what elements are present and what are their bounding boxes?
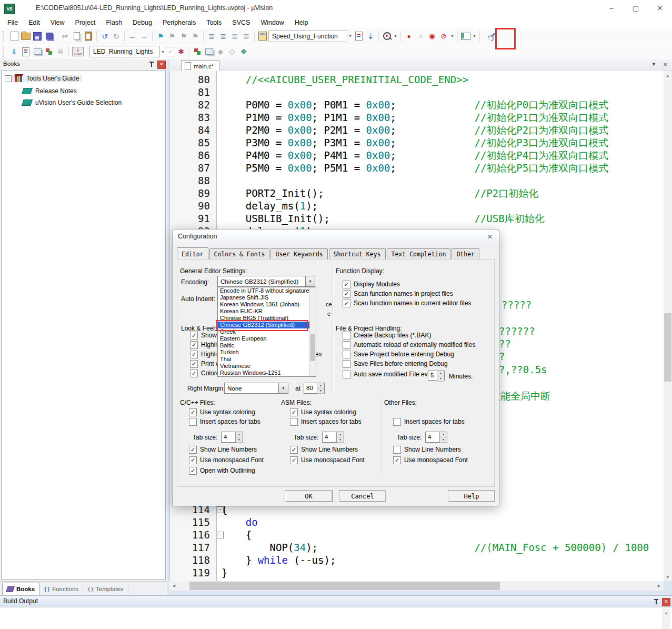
dialog-tab-other[interactable]: Other [452, 248, 479, 259]
scroll-up-icon[interactable]: ▲ [662, 608, 670, 617]
tree-item-uvision-guide[interactable]: uVision User's Guide Selection [23, 99, 122, 106]
menu-item-flash[interactable]: Flash [101, 17, 127, 28]
paste-button[interactable] [83, 31, 94, 42]
right-margin-caret-icon[interactable]: ▼ [278, 383, 288, 393]
checkbox-row[interactable]: Insert spaces for tabs [189, 417, 260, 426]
checkbox[interactable]: ✓ [189, 408, 197, 416]
checkbox-row[interactable]: ✓Scan function names in current editor f… [343, 298, 471, 308]
dialog-close-icon[interactable]: ✕ [485, 232, 495, 242]
encoding-option[interactable]: Korean EUC-KR [218, 308, 316, 315]
spin-up-icon[interactable]: ▲ [440, 432, 447, 437]
encoding-option[interactable]: Baltic [218, 342, 316, 349]
build-output-content[interactable]: ▲ [0, 607, 672, 629]
checkbox[interactable]: ✓ [343, 290, 350, 298]
tab-templates[interactable]: () Templates [83, 583, 128, 595]
checkbox[interactable] [343, 360, 350, 368]
hscrollbar-thumb[interactable] [189, 582, 500, 590]
ok-button[interactable]: OK [285, 490, 333, 502]
fold-minus-icon[interactable]: − [217, 532, 224, 538]
spin-up-icon[interactable]: ▲ [236, 432, 243, 437]
tab-close-icon[interactable]: ✕ [663, 62, 667, 67]
vscrollbar-thumb[interactable] [664, 313, 671, 382]
checkbox-row[interactable]: ✓Show Line Numbers [189, 444, 264, 455]
checkbox[interactable] [290, 418, 298, 426]
comment-selection-button[interactable]: ≣ [229, 31, 240, 42]
checkbox[interactable] [189, 418, 197, 426]
options-for-target-button[interactable]: ✱ [175, 46, 187, 57]
encoding-caret-icon[interactable]: ▼ [305, 276, 315, 286]
encoding-option[interactable]: Japanese Shift-JIS [218, 294, 316, 301]
close-button[interactable]: ✕ [648, 0, 672, 16]
select-target-check[interactable]: ✓ [166, 47, 175, 56]
other-tab-size-spinner[interactable]: 4 ▲▼ [425, 432, 447, 443]
checkbox-row[interactable]: ✓Use monospaced Font [290, 455, 365, 465]
code-line[interactable]: delay_ms(1); [222, 199, 318, 212]
fold-column[interactable]: − [212, 528, 222, 541]
code-line[interactable]: NOP(34); //(MAIN_Fosc + 500000) / 1000 [222, 541, 649, 554]
spin-down-icon[interactable]: ▼ [437, 376, 444, 382]
checkbox[interactable]: ✓ [343, 299, 350, 307]
configure-flash-button[interactable] [257, 31, 268, 42]
fold-minus-icon[interactable]: − [217, 506, 224, 513]
manage-books-button[interactable]: ◆ [215, 46, 226, 57]
checkbox[interactable]: ✓ [190, 360, 198, 368]
checkbox-row[interactable]: ✓Use syntax coloring [189, 407, 260, 417]
code-line[interactable]: } [222, 566, 227, 579]
dialog-tab-colors-fonts[interactable]: Colors & Fonts [209, 248, 270, 259]
dialog-tab-text-completion[interactable]: Text Completion [387, 248, 451, 259]
encoding-option[interactable]: Thai [218, 356, 316, 363]
navigate-forward-button[interactable]: → [138, 31, 150, 42]
checkbox-row[interactable]: ✓Show Line Numbers [290, 444, 365, 455]
code-line[interactable]: P0M0 = 0x00; P0M1 = 0x00; //初始化P0口为准双向口模… [222, 98, 608, 111]
menu-item-view[interactable]: View [45, 17, 70, 28]
uncomment-selection-button[interactable]: ≣ [240, 31, 252, 42]
manage-windows-button[interactable] [203, 46, 215, 57]
menu-item-help[interactable]: Help [289, 17, 314, 28]
checkbox[interactable] [343, 341, 350, 349]
build-button[interactable] [20, 46, 32, 57]
find-button[interactable] [381, 31, 393, 42]
checkbox-row[interactable]: Show Line Numbers [393, 444, 468, 455]
encoding-select[interactable]: Chinese GB2312 (Simplified) ▼ [217, 276, 315, 287]
checkbox[interactable] [343, 371, 350, 378]
code-line[interactable]: USBLIB_Init(); //USB库初始化 [222, 212, 545, 225]
function-select-caret[interactable]: ▼ [347, 31, 353, 42]
stop-build-button[interactable]: ≣ [55, 46, 66, 57]
open-file-button[interactable] [20, 31, 32, 42]
save-button[interactable] [32, 31, 43, 42]
checkbox-row[interactable]: ✓Use monospaced Font [393, 455, 468, 465]
checkbox[interactable]: ✓ [189, 467, 197, 475]
file-extensions-button[interactable] [192, 46, 203, 57]
menu-item-window[interactable]: Window [255, 17, 289, 28]
checkbox[interactable] [343, 351, 350, 358]
copy-button[interactable] [71, 31, 83, 42]
panel-close-icon[interactable]: ✕ [157, 61, 166, 69]
code-line[interactable]: P3M0 = 0x00; P3M1 = 0x00; //初始化P3口为准双向口模… [222, 136, 608, 149]
dropdown-scrollbar[interactable] [309, 287, 316, 376]
scroll-left-icon[interactable]: ◀ [169, 581, 178, 591]
help-button[interactable]: Help [448, 490, 495, 502]
disable-breakpoint-button[interactable]: ○ [415, 31, 426, 42]
checkbox[interactable]: ✓ [190, 332, 198, 340]
code-line[interactable]: do [222, 516, 258, 528]
encoding-option[interactable]: Turkish [218, 349, 316, 356]
spin-down-icon[interactable]: ▼ [440, 437, 447, 443]
scroll-down-icon[interactable]: ▼ [664, 573, 672, 581]
menu-item-debug[interactable]: Debug [127, 17, 157, 28]
find-caret[interactable]: ▼ [393, 31, 398, 42]
checkbox[interactable]: ✓ [189, 446, 197, 454]
checkbox-row[interactable]: ✓Open with Outlining [189, 465, 264, 476]
save-all-button[interactable] [43, 31, 55, 42]
dialog-tab-user-keywords[interactable]: User Keywords [270, 248, 327, 259]
checkbox[interactable]: ✓ [290, 446, 298, 454]
cpp-tab-size-spinner[interactable]: 4 ▲▼ [221, 432, 243, 443]
checkbox[interactable] [393, 418, 401, 426]
dialog-tab-editor[interactable]: Editor [177, 247, 208, 259]
menu-item-project[interactable]: Project [70, 17, 101, 28]
spin-down-icon[interactable]: ▼ [317, 388, 324, 394]
menu-item-svcs[interactable]: SVCS [227, 17, 255, 28]
scroll-up-icon[interactable]: ▲ [664, 71, 672, 79]
auto-save-row[interactable]: Auto save modified File every [343, 370, 436, 379]
scroll-right-icon[interactable]: ▶ [655, 581, 664, 591]
target-select-caret[interactable]: ▼ [160, 46, 166, 57]
